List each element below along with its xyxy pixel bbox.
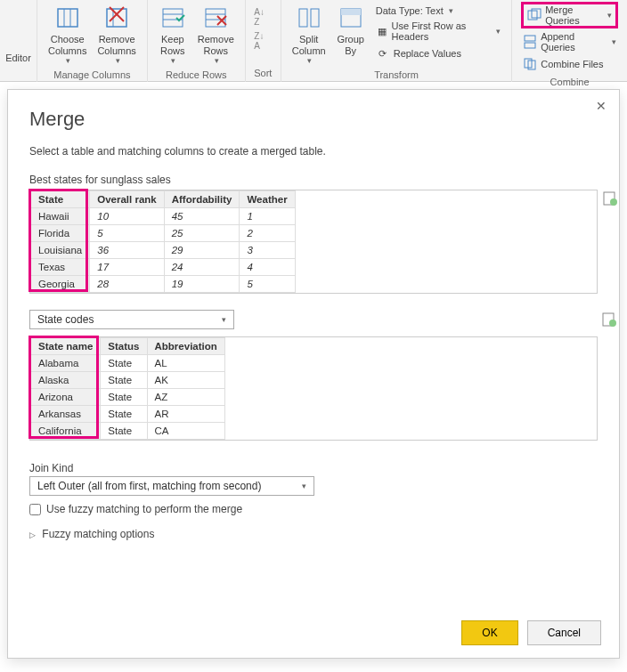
table-cell[interactable]: 3	[240, 242, 295, 259]
table-cell[interactable]: 29	[164, 242, 240, 259]
table-cell[interactable]: Arkansas	[31, 406, 101, 423]
column-header[interactable]: Status	[101, 338, 147, 355]
sort-desc-button[interactable]: Z↓A	[250, 29, 275, 53]
svg-rect-18	[341, 9, 361, 15]
dialog-title: Merge	[29, 108, 598, 131]
dialog-desc: Select a table and matching columns to c…	[29, 145, 598, 158]
table-cell[interactable]: 25	[164, 225, 240, 242]
table-cell[interactable]: Georgia	[31, 276, 90, 293]
table-row[interactable]: Georgia28195	[31, 276, 296, 293]
table2-select[interactable]: State codes ▾	[29, 310, 234, 329]
table-cell[interactable]: CA	[147, 423, 224, 440]
group-by-button[interactable]: Group By	[331, 2, 370, 58]
table-cell[interactable]: State	[101, 389, 147, 406]
fuzzy-matching-label: Use fuzzy matching to perform the merge	[46, 503, 242, 515]
table-cell[interactable]: 5	[240, 276, 295, 293]
table2[interactable]: State nameStatusAbbreviationAlabamaState…	[30, 337, 225, 440]
keep-rows-button[interactable]: Keep Rows▾	[153, 2, 192, 68]
table1[interactable]: StateOverall rankAffordabilityWeatherHaw…	[30, 190, 296, 293]
table-row[interactable]: AlaskaStateAK	[31, 372, 225, 389]
table-cell[interactable]: 5	[90, 225, 164, 242]
append-queries-icon	[523, 35, 537, 49]
column-header[interactable]: Abbreviation	[147, 338, 224, 355]
combine-files-button[interactable]: Combine Files	[521, 55, 618, 73]
table-cell[interactable]: 4	[240, 259, 295, 276]
replace-values-button[interactable]: ⟳ Replace Values	[374, 45, 503, 62]
svg-rect-15	[299, 9, 307, 27]
remove-rows-button[interactable]: Remove Rows▾	[192, 2, 240, 68]
merge-queries-icon	[527, 8, 542, 22]
column-header[interactable]: State name	[31, 338, 101, 355]
column-header[interactable]: Overall rank	[90, 191, 164, 208]
table-cell[interactable]: Hawaii	[31, 208, 90, 225]
replace-icon: ⟳	[376, 46, 390, 61]
table-cell[interactable]: AL	[147, 355, 224, 372]
table-row[interactable]: Louisiana36293	[31, 242, 296, 259]
table-cell[interactable]: 36	[90, 242, 164, 259]
table-cell[interactable]: 19	[164, 276, 240, 293]
table-cell[interactable]: Texas	[31, 259, 90, 276]
table-cell[interactable]: Alabama	[31, 355, 101, 372]
table-cell[interactable]: Arizona	[31, 389, 101, 406]
close-button[interactable]: ✕	[596, 99, 607, 113]
table-cell[interactable]: State	[101, 355, 147, 372]
merge-queries-button[interactable]: Merge Queries▾	[521, 2, 618, 28]
table-row[interactable]: AlabamaStateAL	[31, 355, 225, 372]
table-cell[interactable]: 17	[90, 259, 164, 276]
group-by-icon	[337, 4, 365, 32]
svg-rect-16	[311, 9, 319, 27]
data-type-button[interactable]: Data Type: Text▾	[374, 4, 503, 18]
table-cell[interactable]: 45	[164, 208, 240, 225]
sort-group: A↓Z Z↓A Sort	[246, 0, 281, 82]
table-cell[interactable]: AZ	[147, 389, 224, 406]
table-row[interactable]: CaliforniaStateCA	[31, 423, 225, 440]
ok-button[interactable]: OK	[461, 620, 517, 645]
table-cell[interactable]: Louisiana	[31, 242, 90, 259]
table-cell[interactable]: 1	[240, 208, 295, 225]
table1-label: Best states for sunglass sales	[29, 174, 598, 186]
transform-group: Split Column▾ Group By Data Type: Text▾ …	[281, 0, 512, 82]
table-cell[interactable]: 2	[240, 225, 295, 242]
table-cell[interactable]: Florida	[31, 225, 90, 242]
fuzzy-matching-checkbox[interactable]	[29, 504, 41, 515]
join-kind-label: Join Kind	[29, 462, 598, 474]
table-cell[interactable]: State	[101, 423, 147, 440]
remove-rows-icon	[201, 4, 230, 32]
choose-columns-button[interactable]: Choose Columns▾	[43, 2, 92, 68]
column-header[interactable]: State	[31, 191, 90, 208]
table-row[interactable]: Texas17244	[31, 259, 296, 276]
table-cell[interactable]: State	[101, 372, 147, 389]
split-column-button[interactable]: Split Column▾	[287, 2, 331, 68]
table-cell[interactable]: State	[101, 406, 147, 423]
editor-label: Editor	[0, 29, 37, 66]
join-kind-select[interactable]: Left Outer (all from first, matching fro…	[29, 476, 314, 496]
column-header[interactable]: Affordability	[164, 191, 240, 208]
append-queries-button[interactable]: Append Queries▾	[521, 29, 618, 54]
table-cell[interactable]: AK	[147, 372, 224, 389]
table-cell[interactable]: AR	[147, 406, 224, 423]
table-cell[interactable]: 24	[164, 259, 240, 276]
table-cell[interactable]: 28	[90, 276, 164, 293]
table-row[interactable]: Florida5252	[31, 225, 296, 242]
table-row[interactable]: Hawaii10451	[31, 208, 296, 225]
manage-columns-group: Choose Columns▾ Remove Columns▾ Manage C…	[37, 0, 148, 82]
svg-rect-7	[163, 9, 183, 27]
cancel-button[interactable]: Cancel	[527, 620, 601, 645]
column-header[interactable]: Weather	[240, 191, 295, 208]
table-row[interactable]: ArkansasStateAR	[31, 406, 225, 423]
fuzzy-options-toggle[interactable]: ▷ Fuzzy matching options	[29, 528, 598, 540]
headers-icon: ▦	[376, 24, 388, 38]
preview-options-icon[interactable]	[602, 190, 618, 206]
svg-rect-22	[525, 43, 535, 48]
first-row-headers-button[interactable]: ▦ Use First Row as Headers▾	[374, 19, 503, 44]
ribbon: Editor Choose Columns▾ Remove Columns▾ M…	[0, 0, 627, 82]
table-cell[interactable]: 10	[90, 208, 164, 225]
sort-asc-button[interactable]: A↓Z	[250, 5, 275, 28]
table-row[interactable]: ArizonaStateAZ	[31, 389, 225, 406]
remove-columns-button[interactable]: Remove Columns▾	[92, 2, 141, 68]
remove-columns-icon	[102, 4, 131, 32]
table-cell[interactable]: Alaska	[31, 372, 101, 389]
preview-options-icon[interactable]	[601, 312, 617, 330]
svg-rect-0	[58, 9, 77, 27]
table-cell[interactable]: California	[31, 423, 101, 440]
